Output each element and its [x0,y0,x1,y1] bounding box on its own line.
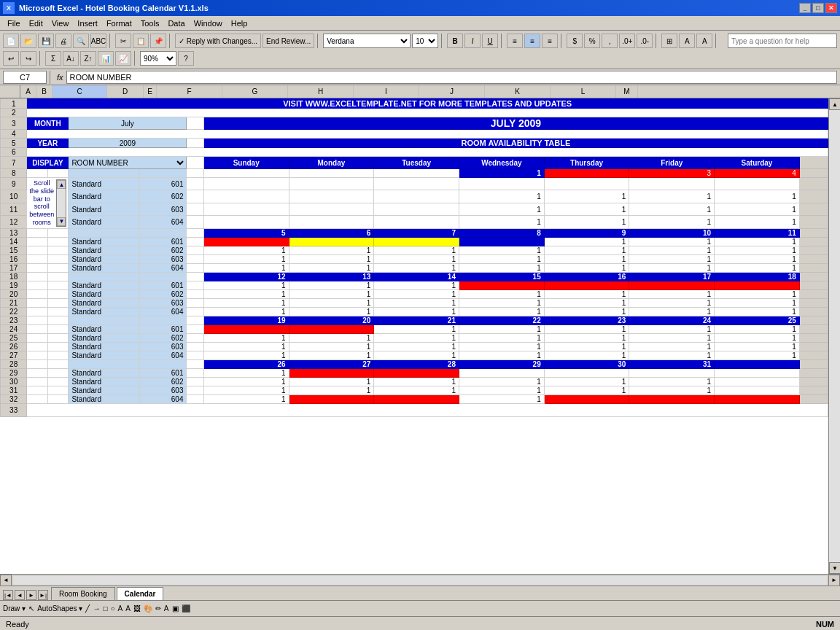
menu-help[interactable]: Help [227,18,252,29]
formula-input[interactable] [66,71,837,84]
sep7 [656,34,658,48]
close-button[interactable]: ✕ [825,3,837,13]
cursor-icon[interactable]: ↖ [28,604,34,612]
paste-button[interactable]: 📌 [150,34,166,48]
menu-insert[interactable]: Insert [73,18,102,29]
save-button[interactable]: 💾 [38,34,54,48]
currency-button[interactable]: $ [567,34,583,48]
font-size-selector[interactable]: 10 [412,34,438,48]
new-button[interactable]: 📄 [3,34,19,48]
bold-button[interactable]: B [447,34,463,48]
chart2-button[interactable]: 📈 [115,51,131,66]
zoom-selector[interactable]: 90% [140,51,176,66]
menu-file[interactable]: File [3,18,25,29]
align-center-button[interactable]: ≡ [524,34,540,48]
col-header-c: C [52,85,107,98]
scroll-down-button[interactable]: ▼ [57,217,66,226]
col-header-b: B [36,85,52,98]
draw-label[interactable]: Draw ▾ [3,604,26,612]
undo-button[interactable]: ↩ [3,51,19,66]
name-box[interactable] [3,71,47,84]
table-row: 14 Standard 601 1 1 1 [1,237,828,246]
cut-button[interactable]: ✂ [115,34,131,48]
3d-icon[interactable]: ⬛ [182,604,190,612]
chart-button[interactable]: 📊 [98,51,114,66]
font-selector[interactable]: Verdana [323,34,411,48]
font-color-button[interactable]: A [696,34,712,48]
menu-tools[interactable]: Tools [136,18,164,29]
menu-data[interactable]: Data [163,18,189,29]
sort-az-button[interactable]: A↓ [63,51,79,66]
scroll-right-arrow[interactable]: ► [828,575,840,586]
col-header-j: J [419,85,485,98]
italic-button[interactable]: I [464,34,481,48]
help2-button[interactable]: ? [178,51,194,66]
font-color-icon2[interactable]: A [164,604,169,612]
sep8 [715,34,718,48]
tab-room-booking[interactable]: Room Booking [51,587,115,600]
h-scrollbar[interactable]: ◄ ► [0,574,840,586]
wordart-icon[interactable]: A [125,604,131,612]
status-text: Ready [6,620,816,629]
end-review-button[interactable]: End Review... [262,34,314,48]
sum-button[interactable]: Σ [45,51,61,66]
open-button[interactable]: 📂 [20,34,36,48]
comma-button[interactable]: , [602,34,618,48]
minimize-button[interactable]: _ [799,3,811,13]
clip-icon[interactable]: 🖼 [133,604,141,612]
tab-nav-left[interactable]: |◄ [3,590,13,600]
reply-button[interactable]: ✓ Reply with Changes... [175,34,261,48]
table-row: 4 [1,130,828,139]
rect-icon[interactable]: □ [103,604,107,612]
menu-bar: File Edit View Insert Format Tools Data … [0,16,840,31]
oval-icon[interactable]: ○ [110,604,114,612]
align-right-button[interactable]: ≡ [542,34,558,48]
percent-button[interactable]: % [584,34,600,48]
menu-format[interactable]: Format [102,18,136,29]
help-input[interactable] [728,34,837,48]
table-row: 30 Standard 602 1 1 1 1 1 1 [1,377,828,386]
decrease-dec-button[interactable]: .0- [637,34,653,48]
increase-dec-button[interactable]: .0+ [619,34,635,48]
textbox-icon[interactable]: A [117,604,122,612]
scroll-up-arrow[interactable]: ▲ [829,98,840,110]
table-row: 19 Standard 601 1 1 1 [1,281,828,289]
underline-button[interactable]: U [482,34,498,48]
maximize-button[interactable]: □ [812,3,824,13]
formula-divider [50,71,54,84]
autoshapes-label[interactable]: AutoShapes ▾ [37,604,82,612]
borders-button[interactable]: ⊞ [661,34,677,48]
table-row: 22 Standard 604 1 1 1 1 1 1 1 [1,307,828,316]
align-left-button[interactable]: ≡ [507,34,523,48]
scroll-down-arrow[interactable]: ▼ [829,562,840,574]
line-icon[interactable]: ╱ [85,604,90,612]
preview-button[interactable]: 🔍 [73,34,89,48]
scroll-up-button[interactable]: ▲ [57,180,66,189]
fill-button[interactable]: A [679,34,695,48]
right-scrollbar[interactable]: ▲ ▼ [828,98,840,574]
arrow-icon[interactable]: → [93,604,100,612]
tab-nav-next[interactable]: ► [26,590,36,600]
menu-window[interactable]: Window [190,18,227,29]
table-row: 20 Standard 602 1 1 1 1 1 1 1 [1,289,828,298]
spell-button[interactable]: ABC [90,34,106,48]
sort-za-button[interactable]: Z↑ [80,51,96,66]
menu-edit[interactable]: Edit [25,18,47,29]
shadow-icon[interactable]: ▣ [172,604,179,612]
toolbar-area: 📄 📂 💾 🖨 🔍 ABC ✂ 📋 📌 ✓ Reply with Changes… [0,31,840,69]
fill-color-icon[interactable]: 🎨 [144,604,152,612]
tab-nav-prev[interactable]: ◄ [15,590,25,600]
line-color-icon[interactable]: ✏ [155,604,161,612]
scroll-left-arrow[interactable]: ◄ [0,575,12,586]
tab-nav-right[interactable]: ►| [38,590,48,600]
tab-calendar[interactable]: Calendar [117,587,164,600]
display-dropdown[interactable]: ROOM NUMBER ROOM TYPE [69,157,186,168]
col-header-a: A [20,85,36,98]
table-row: 16 Standard 603 1 1 1 1 1 1 1 [1,254,828,263]
table-row: 2 [1,109,828,117]
print-button[interactable]: 🖨 [55,34,71,48]
redo-button[interactable]: ↪ [20,51,36,66]
copy-button[interactable]: 📋 [133,34,149,48]
menu-view[interactable]: View [47,18,74,29]
table-row: 9 Scroll the slide bar to scroll between… [1,178,828,190]
